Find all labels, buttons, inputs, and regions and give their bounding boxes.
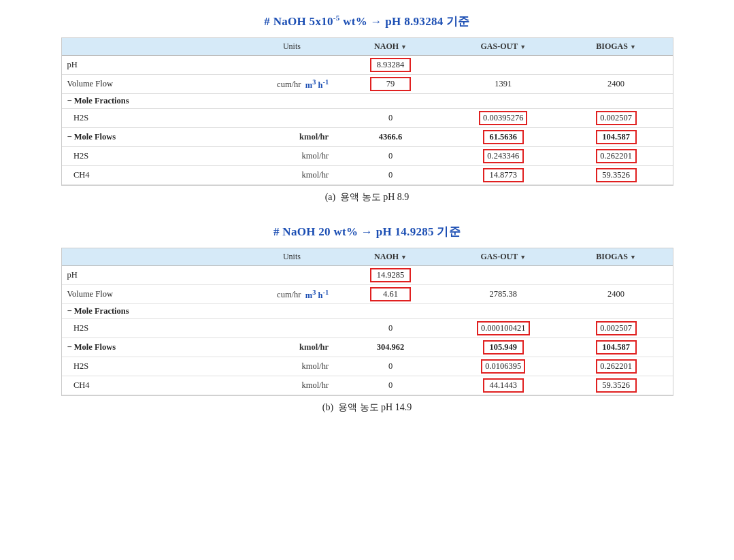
col-biogas-2: BIOGAS ▼ bbox=[560, 248, 673, 266]
biogas-dropdown-icon-1[interactable]: ▼ bbox=[630, 44, 636, 50]
row-gasout: 1391 bbox=[447, 75, 560, 94]
col-units-2: Units bbox=[250, 248, 334, 266]
col-label-2 bbox=[62, 248, 250, 266]
table-row: − Mole Fractions bbox=[62, 304, 673, 319]
row-units: kmol/hr bbox=[250, 147, 334, 166]
table-1-header: Units NAOH ▼ GAS-OUT ▼ bbox=[62, 38, 673, 56]
highlighted-val: 104.587 bbox=[596, 340, 637, 355]
gasout-dropdown-icon-2[interactable]: ▼ bbox=[520, 254, 526, 261]
row-label: CH4 bbox=[62, 376, 250, 395]
table-1-wrapper: Units NAOH ▼ GAS-OUT ▼ bbox=[61, 37, 673, 186]
biogas-col-name-2: BIOGAS bbox=[596, 252, 628, 262]
row-gasout: 0.243346 bbox=[447, 147, 560, 166]
row-units: cum/hr m3 h-1 bbox=[250, 285, 334, 304]
naoh-dropdown-icon-1[interactable]: ▼ bbox=[401, 44, 407, 50]
highlighted-val: 104.587 bbox=[596, 130, 637, 144]
row-label: H2S bbox=[62, 109, 250, 128]
row-label: Volume Flow bbox=[62, 285, 250, 304]
naoh-col-name-2: NAOH bbox=[374, 252, 399, 262]
row-gasout: 0.0106395 bbox=[447, 357, 560, 376]
row-gasout bbox=[447, 56, 560, 75]
row-label: − Mole Flows bbox=[62, 128, 250, 147]
row-units: cum/hr m3 h-1 bbox=[250, 75, 334, 94]
highlighted-val: 0.000100421 bbox=[477, 321, 530, 335]
row-label: pH bbox=[62, 266, 250, 285]
row-biogas bbox=[560, 56, 673, 75]
row-label: H2S bbox=[62, 357, 250, 376]
col-naoh-1: NAOH ▼ bbox=[334, 38, 447, 56]
row-biogas: 0.002507 bbox=[560, 319, 673, 338]
row-label: pH bbox=[62, 56, 250, 75]
row-naoh: 0 bbox=[334, 147, 447, 166]
highlighted-val: 0.243346 bbox=[483, 149, 524, 163]
table-row: CH4 kmol/hr 0 44.1443 59.3526 bbox=[62, 376, 673, 395]
row-biogas: 0.002507 bbox=[560, 109, 673, 128]
gasout-dropdown-icon-1[interactable]: ▼ bbox=[520, 44, 526, 50]
highlighted-val: 44.1443 bbox=[483, 378, 524, 393]
row-biogas bbox=[560, 266, 673, 285]
row-biogas: 2400 bbox=[560, 75, 673, 94]
naoh-dropdown-icon-2[interactable]: ▼ bbox=[401, 254, 407, 261]
row-biogas bbox=[560, 94, 673, 109]
table-row: pH 14.9285 bbox=[62, 266, 673, 285]
table-2-body: pH 14.9285 Volume Flow cum/hr m3 h-1 4.6… bbox=[62, 266, 673, 395]
table-row: − Mole Fractions bbox=[62, 94, 673, 109]
gasout-col-name-2: GAS-OUT bbox=[480, 252, 518, 262]
table-row: CH4 kmol/hr 0 14.8773 59.3526 bbox=[62, 166, 673, 185]
row-units bbox=[250, 94, 334, 109]
highlighted-val: 0.262201 bbox=[596, 359, 637, 374]
highlighted-val: 59.3526 bbox=[596, 378, 637, 393]
biogas-dropdown-icon-2[interactable]: ▼ bbox=[630, 254, 636, 261]
highlighted-val: 8.93284 bbox=[370, 58, 411, 72]
row-naoh: 0 bbox=[334, 376, 447, 395]
row-naoh: 4366.6 bbox=[334, 128, 447, 147]
row-gasout: 14.8773 bbox=[447, 166, 560, 185]
highlighted-val: 79 bbox=[370, 77, 411, 91]
table-row: pH 8.93284 bbox=[62, 56, 673, 75]
section-2-caption: (b) 용액 농도 pH 14.9 bbox=[61, 401, 673, 414]
row-naoh: 4.61 bbox=[334, 285, 447, 304]
row-gasout: 105.949 bbox=[447, 338, 560, 357]
section-2-title: # NaOH 20 wt% → pH 14.9285 기준 bbox=[61, 224, 673, 240]
highlighted-val: 4.61 bbox=[370, 287, 411, 301]
row-gasout: 2785.38 bbox=[447, 285, 560, 304]
col-biogas-1: BIOGAS ▼ bbox=[560, 38, 673, 56]
row-units: kmol/hr bbox=[250, 357, 334, 376]
highlighted-val: 61.5636 bbox=[483, 130, 524, 144]
row-biogas: 2400 bbox=[560, 285, 673, 304]
row-naoh bbox=[334, 94, 447, 109]
row-biogas: 104.587 bbox=[560, 338, 673, 357]
row-gasout: 0.000100421 bbox=[447, 319, 560, 338]
col-label-1 bbox=[62, 38, 250, 56]
highlighted-val: 105.949 bbox=[483, 340, 524, 355]
col-units-1: Units bbox=[250, 38, 334, 56]
row-naoh: 304.962 bbox=[334, 338, 447, 357]
row-gasout: 61.5636 bbox=[447, 128, 560, 147]
row-gasout: 0.00395276 bbox=[447, 109, 560, 128]
table-row: Volume Flow cum/hr m3 h-1 4.61 2785.38 2… bbox=[62, 285, 673, 304]
section-1-caption: (a) 용액 농도 pH 8.9 bbox=[61, 191, 673, 203]
row-biogas: 59.3526 bbox=[560, 376, 673, 395]
row-naoh bbox=[334, 304, 447, 319]
row-label: H2S bbox=[62, 147, 250, 166]
row-gasout: 44.1443 bbox=[447, 376, 560, 395]
col-naoh-2: NAOH ▼ bbox=[334, 248, 447, 266]
row-gasout bbox=[447, 94, 560, 109]
table-2-header: Units NAOH ▼ GAS-OUT ▼ bbox=[62, 248, 673, 266]
row-biogas: 0.262201 bbox=[560, 357, 673, 376]
highlighted-val: 0.002507 bbox=[596, 111, 637, 125]
row-naoh: 0 bbox=[334, 319, 447, 338]
row-label: CH4 bbox=[62, 166, 250, 185]
highlighted-val: 0.262201 bbox=[596, 149, 637, 163]
table-row: H2S kmol/hr 0 0.243346 0.262201 bbox=[62, 147, 673, 166]
row-biogas: 104.587 bbox=[560, 128, 673, 147]
row-units bbox=[250, 56, 334, 75]
highlighted-val: 14.9285 bbox=[370, 268, 411, 282]
row-units: kmol/hr bbox=[250, 166, 334, 185]
row-units bbox=[250, 304, 334, 319]
row-label: − Mole Flows bbox=[62, 338, 250, 357]
biogas-col-name-1: BIOGAS bbox=[596, 42, 628, 52]
row-naoh: 0 bbox=[334, 357, 447, 376]
units-blue: m3 h-1 bbox=[305, 80, 329, 90]
row-units bbox=[250, 109, 334, 128]
